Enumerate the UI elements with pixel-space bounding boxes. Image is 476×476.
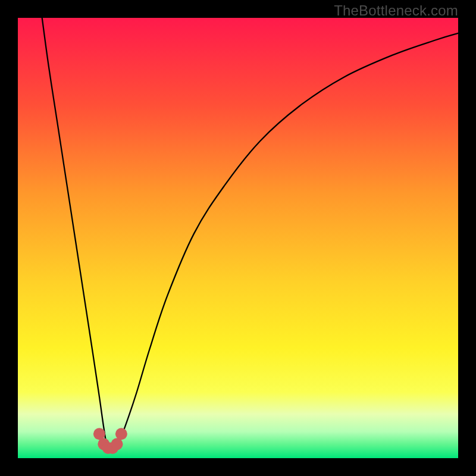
marker-dot — [93, 428, 105, 440]
marker-dot — [115, 428, 127, 440]
marker-dot — [111, 438, 123, 450]
outer-frame: TheBottleneck.com — [0, 0, 476, 476]
watermark-text: TheBottleneck.com — [334, 2, 458, 19]
gradient-background — [18, 18, 458, 458]
chart-svg — [18, 18, 458, 458]
plot-area — [18, 18, 458, 458]
